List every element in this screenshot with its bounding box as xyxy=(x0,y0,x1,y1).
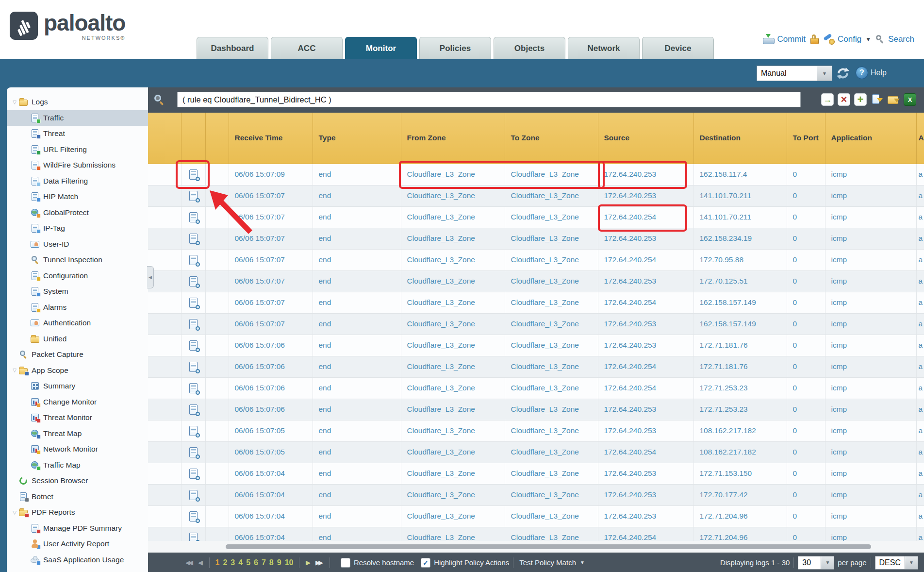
cell-type[interactable]: end xyxy=(313,164,401,185)
sidebar-collapse-handle[interactable]: ◀ xyxy=(147,266,154,288)
cell-to-port[interactable]: 0 xyxy=(787,185,825,206)
cell-source[interactable]: 172.64.240.253 xyxy=(598,270,693,292)
cell-type[interactable]: end xyxy=(313,335,401,356)
chevron-down-icon[interactable]: ▼ xyxy=(821,556,834,569)
page-number-1[interactable]: 1 xyxy=(215,558,220,567)
cell-source[interactable]: 172.64.240.253 xyxy=(598,228,693,249)
cell-from-zone[interactable]: Cloudflare_L3_Zone xyxy=(401,484,505,505)
cell-type[interactable]: end xyxy=(313,206,401,228)
cell-destination[interactable]: 172.71.253.23 xyxy=(693,377,787,399)
log-detail-icon[interactable] xyxy=(189,490,198,500)
cell-to-port[interactable]: 0 xyxy=(787,356,825,377)
tab-policies[interactable]: Policies xyxy=(419,37,491,59)
sidebar-item-alarms[interactable]: Alarms xyxy=(7,300,148,316)
cell-action[interactable]: a xyxy=(916,505,924,527)
next-page-button[interactable]: ▶ xyxy=(306,559,311,566)
column-header-from-zone[interactable]: From Zone xyxy=(401,113,505,164)
cell-from-zone[interactable]: Cloudflare_L3_Zone xyxy=(401,313,505,335)
cell-action[interactable]: a xyxy=(916,399,924,420)
cell-destination[interactable]: 172.71.153.150 xyxy=(693,463,787,484)
cell-source[interactable]: 172.64.240.254 xyxy=(598,292,693,313)
cell-destination[interactable]: 172.70.125.51 xyxy=(693,270,787,292)
sidebar-item-manage-pdf-summary[interactable]: Manage PDF Summary xyxy=(7,521,148,537)
sidebar-item-threat-monitor[interactable]: Threat Monitor xyxy=(7,410,148,426)
cell-from-zone[interactable]: Cloudflare_L3_Zone xyxy=(401,335,505,356)
column-header-type[interactable]: Type xyxy=(313,113,401,164)
cell-destination[interactable]: 162.158.157.149 xyxy=(693,313,787,335)
cell-to-zone[interactable]: Cloudflare_L3_Zone xyxy=(505,484,598,505)
cell-destination[interactable]: 172.71.253.23 xyxy=(693,399,787,420)
cell-application[interactable]: icmp xyxy=(825,441,916,463)
cell-application[interactable]: icmp xyxy=(825,420,916,441)
cell-to-port[interactable]: 0 xyxy=(787,335,825,356)
cell-to-port[interactable]: 0 xyxy=(787,399,825,420)
cell-receive-time[interactable]: 06/06 15:07:07 xyxy=(229,185,313,206)
horizontal-scrollbar-thumb[interactable] xyxy=(226,544,871,549)
horizontal-scrollbar-track[interactable] xyxy=(148,541,924,553)
resolve-hostname-checkbox[interactable] xyxy=(341,558,350,568)
log-detail-icon[interactable] xyxy=(189,404,198,415)
cell-type[interactable]: end xyxy=(313,270,401,292)
column-header-to-zone[interactable]: To Zone xyxy=(505,113,598,164)
cell-application[interactable]: icmp xyxy=(825,399,916,420)
cell-to-zone[interactable]: Cloudflare_L3_Zone xyxy=(505,313,598,335)
cell-to-zone[interactable]: Cloudflare_L3_Zone xyxy=(505,249,598,270)
cell-from-zone[interactable]: Cloudflare_L3_Zone xyxy=(401,505,505,527)
cell-receive-time[interactable]: 06/06 15:07:07 xyxy=(229,270,313,292)
sidebar-item-configuration[interactable]: Configuration xyxy=(7,268,148,284)
refresh-icon[interactable] xyxy=(836,66,850,83)
page-number-10[interactable]: 10 xyxy=(285,558,294,567)
log-detail-icon[interactable] xyxy=(189,212,198,222)
cell-source[interactable]: 172.64.240.253 xyxy=(598,164,693,185)
cell-source[interactable]: 172.64.240.253 xyxy=(598,484,693,505)
cell-destination[interactable]: 172.70.95.88 xyxy=(693,249,787,270)
log-detail-icon[interactable] xyxy=(189,362,198,372)
cell-source[interactable]: 172.64.240.254 xyxy=(598,356,693,377)
log-detail-icon[interactable] xyxy=(189,426,198,436)
cell-receive-time[interactable]: 06/06 15:07:09 xyxy=(229,164,313,185)
page-number-4[interactable]: 4 xyxy=(238,558,243,567)
cell-type[interactable]: end xyxy=(313,228,401,249)
add-filter-icon[interactable]: + xyxy=(854,93,867,106)
prev-page-button[interactable]: ◀ xyxy=(198,559,203,566)
log-filter-input[interactable] xyxy=(177,92,801,107)
apply-filter-icon[interactable]: → xyxy=(821,93,834,106)
sidebar-item-threat[interactable]: Threat xyxy=(7,126,148,142)
cell-from-zone[interactable]: Cloudflare_L3_Zone xyxy=(401,420,505,441)
load-filter-icon[interactable] xyxy=(887,93,900,106)
cell-application[interactable]: icmp xyxy=(825,249,916,270)
cell-destination[interactable]: 108.162.217.182 xyxy=(693,441,787,463)
cell-type[interactable]: end xyxy=(313,484,401,505)
cell-receive-time[interactable]: 06/06 15:07:07 xyxy=(229,249,313,270)
cell-action[interactable]: a xyxy=(916,463,924,484)
expand-collapse-icon[interactable]: ▽ xyxy=(11,368,18,373)
cell-source[interactable]: 172.64.240.253 xyxy=(598,463,693,484)
cell-type[interactable]: end xyxy=(313,292,401,313)
log-detail-icon[interactable] xyxy=(189,276,198,286)
cell-receive-time[interactable]: 06/06 15:07:07 xyxy=(229,206,313,228)
cell-from-zone[interactable]: Cloudflare_L3_Zone xyxy=(401,164,505,185)
per-page-select[interactable]: 30 ▼ xyxy=(798,556,834,570)
cell-application[interactable]: icmp xyxy=(825,356,916,377)
cell-from-zone[interactable]: Cloudflare_L3_Zone xyxy=(401,463,505,484)
sidebar-item-summary[interactable]: Summary xyxy=(7,378,148,394)
cell-to-port[interactable]: 0 xyxy=(787,270,825,292)
log-detail-icon[interactable] xyxy=(189,383,198,393)
cell-receive-time[interactable]: 06/06 15:07:06 xyxy=(229,335,313,356)
column-header-application[interactable]: Application xyxy=(825,113,916,164)
refresh-interval-select[interactable]: Manual ▼ xyxy=(757,66,832,81)
log-detail-icon[interactable] xyxy=(189,191,198,201)
page-number-8[interactable]: 8 xyxy=(269,558,274,567)
page-number-3[interactable]: 3 xyxy=(231,558,235,567)
cell-destination[interactable]: 172.70.177.42 xyxy=(693,484,787,505)
expand-collapse-icon[interactable]: ▽ xyxy=(11,100,18,105)
cell-to-port[interactable]: 0 xyxy=(787,249,825,270)
sidebar-item-threat-map[interactable]: Threat Map xyxy=(7,426,148,442)
cell-action[interactable]: a xyxy=(916,356,924,377)
cell-action[interactable]: a xyxy=(916,249,924,270)
cell-application[interactable]: icmp xyxy=(825,292,916,313)
cell-receive-time[interactable]: 06/06 15:07:04 xyxy=(229,505,313,527)
page-number-6[interactable]: 6 xyxy=(254,558,258,567)
cell-to-port[interactable]: 0 xyxy=(787,505,825,527)
cell-destination[interactable]: 141.101.70.211 xyxy=(693,185,787,206)
